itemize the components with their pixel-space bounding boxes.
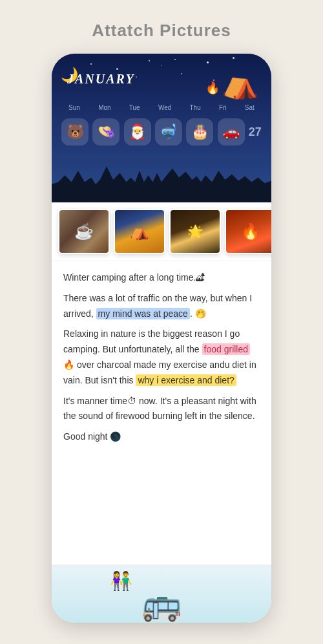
month-label: JANUARY xyxy=(67,72,135,87)
paragraph-3: Relaxing in nature is the biggest reason… xyxy=(63,327,260,388)
phone-header: 🌙 JANUARY 🔥 ⛺ Sun Mon Tue Wed Thu Fri Sa… xyxy=(52,54,271,202)
paragraph-1: Winter camping after a long time.🏕 xyxy=(63,270,260,286)
emoji-row: 🐻 👒 🎅 🤿 🎂 🚗 27 xyxy=(59,118,264,145)
para2-highlight: my mind was at peace xyxy=(96,308,190,319)
page-title: Attatch Pictures xyxy=(92,21,231,41)
van-icon: 🚌 xyxy=(141,585,182,623)
emoji-santa[interactable]: 🎅 xyxy=(124,118,151,145)
phone-frame: 🌙 JANUARY 🔥 ⛺ Sun Mon Tue Wed Thu Fri Sa… xyxy=(52,54,271,623)
day-sun: Sun xyxy=(68,104,80,111)
paragraph-5: Good night 🌑 xyxy=(63,429,260,445)
photo-camping-mug[interactable] xyxy=(58,209,110,254)
photo-camping-tent[interactable] xyxy=(114,209,165,254)
day-tue: Tue xyxy=(129,104,140,111)
photo-campfire[interactable] xyxy=(225,209,271,254)
day-wed: Wed xyxy=(158,104,171,111)
emoji-hat[interactable]: 👒 xyxy=(92,118,120,145)
day-thu: Thu xyxy=(190,104,201,111)
emoji-snorkel[interactable]: 🤿 xyxy=(155,118,182,145)
day-fri: Fri xyxy=(219,104,227,111)
para1-text: Winter camping after a long time.🏕 xyxy=(63,272,205,283)
photo-camping-lights[interactable] xyxy=(169,209,221,254)
para2-suffix: . 🤭 xyxy=(190,308,206,319)
emoji-bear[interactable]: 🐻 xyxy=(61,118,89,145)
emoji-car[interactable]: 🚗 xyxy=(218,118,245,145)
para5-text: Good night 🌑 xyxy=(63,431,121,442)
day-sat: Sat xyxy=(245,104,255,111)
para4-text: It's manner time⏱ now. It's a pleasant n… xyxy=(63,396,256,422)
para3-highlight: food grilled xyxy=(202,343,251,355)
footer-illustration: 👫 🚌 xyxy=(52,564,271,623)
content-area[interactable]: Winter camping after a long time.🏕 There… xyxy=(52,261,271,564)
date-number: 27 xyxy=(249,125,262,139)
day-mon: Mon xyxy=(98,104,110,111)
tent-icon: ⛺ xyxy=(222,65,258,100)
para3-highlight2: why i exercise and diet? xyxy=(136,374,236,386)
day-labels: Sun Mon Tue Wed Thu Fri Sat xyxy=(59,104,264,111)
paragraph-4: It's manner time⏱ now. It's a pleasant n… xyxy=(63,394,260,425)
photos-strip[interactable] xyxy=(52,202,271,261)
person-icon: 👫 xyxy=(110,570,132,592)
paragraph-2: There was a lot of traffic on the way, b… xyxy=(63,291,260,322)
campfire-icon: 🔥 xyxy=(205,81,220,95)
emoji-cake[interactable]: 🎂 xyxy=(186,118,213,145)
